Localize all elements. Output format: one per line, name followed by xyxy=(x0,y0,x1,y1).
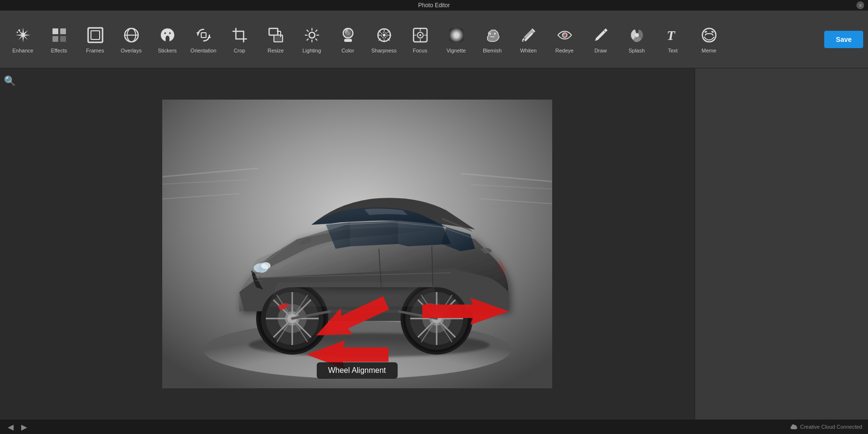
tool-vignette[interactable]: Vignette xyxy=(438,15,474,64)
tool-blemish[interactable]: Blemish xyxy=(474,15,510,64)
color-label: Color xyxy=(341,48,354,53)
whiten-icon xyxy=(519,26,538,45)
svg-rect-15 xyxy=(269,28,278,35)
tool-frames[interactable]: Frames xyxy=(77,15,113,64)
redeye-label: Redeye xyxy=(556,48,574,53)
resize-label: Resize xyxy=(268,48,284,53)
stickers-icon xyxy=(158,26,177,45)
tool-draw[interactable]: Draw xyxy=(583,15,619,64)
lighting-label: Lighting xyxy=(302,48,321,53)
color-icon xyxy=(338,26,358,45)
tool-whiten[interactable]: Whiten xyxy=(510,15,546,64)
tool-lighting[interactable]: Lighting xyxy=(294,15,330,64)
blemish-label: Blemish xyxy=(483,48,502,53)
svg-point-19 xyxy=(309,32,315,38)
tool-redeye[interactable]: Redeye xyxy=(546,15,583,64)
redeye-icon xyxy=(555,26,574,45)
frames-label: Frames xyxy=(86,48,104,53)
car-image-svg xyxy=(162,100,552,388)
title-bar: Photo Editor ✕ xyxy=(0,0,868,11)
frames-icon xyxy=(86,26,105,45)
app-title: Photo Editor xyxy=(418,2,450,9)
canvas-area: Wheel Alignment xyxy=(19,68,695,420)
svg-rect-4 xyxy=(52,36,58,42)
draw-label: Draw xyxy=(595,48,607,53)
tool-overlays[interactable]: Overlays xyxy=(113,15,149,64)
tool-sharpness[interactable]: Sharpness xyxy=(366,15,402,64)
svg-text:T: T xyxy=(667,28,676,43)
back-button[interactable]: ◀ xyxy=(6,422,15,432)
close-button[interactable]: ✕ xyxy=(856,1,864,9)
svg-point-35 xyxy=(489,33,491,35)
tool-stickers[interactable]: Stickers xyxy=(149,15,185,64)
text-label: Text xyxy=(668,48,677,53)
tool-effects[interactable]: Effects xyxy=(41,15,77,64)
focus-label: Focus xyxy=(413,48,428,53)
toolbar: Enhance Effects Frames xyxy=(0,11,868,68)
svg-point-42 xyxy=(635,33,639,37)
focus-icon xyxy=(411,26,430,45)
tool-enhance[interactable]: Enhance xyxy=(5,15,41,64)
resize-icon xyxy=(266,26,285,45)
meme-icon xyxy=(700,26,719,45)
right-sidebar xyxy=(695,68,868,420)
enhance-label: Enhance xyxy=(13,48,33,53)
sharpness-label: Sharpness xyxy=(371,48,397,53)
main-area: 🔍 xyxy=(0,68,868,420)
text-icon: T xyxy=(663,26,683,45)
tool-splash[interactable]: Splash xyxy=(619,15,655,64)
svg-point-1 xyxy=(16,31,18,33)
svg-point-60 xyxy=(261,262,271,269)
draw-icon xyxy=(591,26,610,45)
tool-color[interactable]: Color xyxy=(330,15,366,64)
svg-rect-16 xyxy=(274,35,283,42)
bottom-bar: ◀ ▶ Creative Cloud Connected xyxy=(0,420,868,434)
blemish-icon xyxy=(483,26,502,45)
svg-rect-6 xyxy=(88,28,103,42)
svg-point-11 xyxy=(164,32,166,34)
zoom-icon[interactable]: 🔍 xyxy=(2,73,18,89)
svg-rect-3 xyxy=(60,28,66,34)
svg-point-40 xyxy=(563,34,564,35)
svg-rect-2 xyxy=(52,28,58,34)
crop-icon xyxy=(230,26,249,45)
enhance-icon xyxy=(13,26,33,45)
creative-cloud-label: Creative Cloud Connected xyxy=(800,424,862,430)
whiten-label: Whiten xyxy=(520,48,536,53)
tool-text[interactable]: T Text xyxy=(655,15,691,64)
svg-rect-22 xyxy=(344,39,352,42)
crop-label: Crop xyxy=(234,48,246,53)
tool-crop[interactable]: Crop xyxy=(221,15,258,64)
svg-point-21 xyxy=(346,31,350,35)
tool-orientation[interactable]: Orientation xyxy=(185,15,221,64)
svg-rect-5 xyxy=(60,36,66,42)
svg-point-0 xyxy=(18,29,20,31)
tool-meme[interactable]: Meme xyxy=(691,15,727,64)
svg-rect-7 xyxy=(91,31,100,39)
overlays-icon xyxy=(122,26,141,45)
effects-label: Effects xyxy=(51,48,67,53)
left-sidebar: 🔍 xyxy=(0,68,19,420)
svg-rect-34 xyxy=(449,28,464,42)
orientation-label: Orientation xyxy=(191,48,217,53)
stickers-label: Stickers xyxy=(158,48,177,53)
creative-cloud-icon xyxy=(790,423,797,430)
svg-rect-14 xyxy=(236,31,244,39)
splash-label: Splash xyxy=(629,48,645,53)
creative-cloud-status: Creative Cloud Connected xyxy=(790,423,862,430)
save-button[interactable]: Save xyxy=(824,31,863,48)
svg-point-28 xyxy=(419,34,421,36)
overlays-label: Overlays xyxy=(121,48,142,53)
tool-focus[interactable]: Focus xyxy=(402,15,438,64)
forward-button[interactable]: ▶ xyxy=(19,422,29,432)
splash-icon xyxy=(627,26,647,45)
image-container: Wheel Alignment xyxy=(162,100,552,388)
vignette-icon xyxy=(447,26,466,45)
svg-point-12 xyxy=(169,32,171,34)
svg-point-25 xyxy=(383,34,386,37)
orientation-icon xyxy=(194,26,213,45)
tool-resize[interactable]: Resize xyxy=(258,15,294,64)
meme-label: Meme xyxy=(701,48,716,53)
effects-icon xyxy=(50,26,69,45)
image-caption: Wheel Alignment xyxy=(316,362,397,379)
